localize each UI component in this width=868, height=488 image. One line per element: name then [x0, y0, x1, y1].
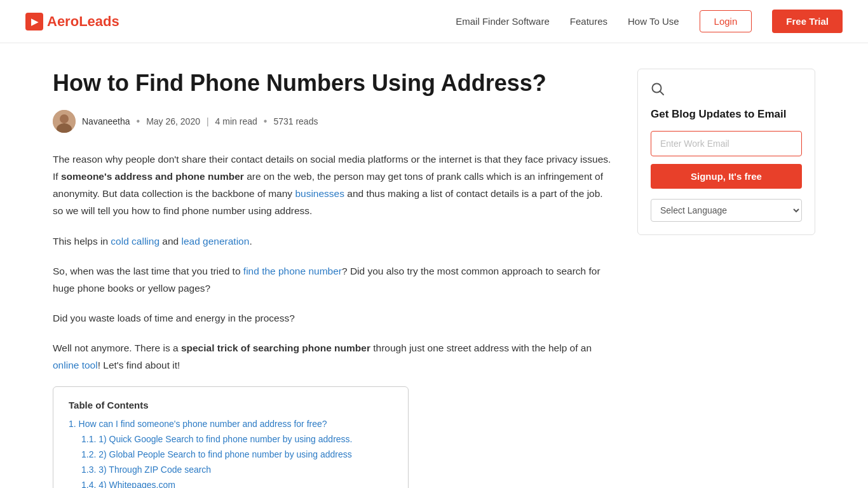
reads-count: 5731 reads — [273, 116, 318, 126]
login-button[interactable]: Login — [700, 10, 752, 32]
toc-sub-item-2: 1.2. 2) Global People Search to find pho… — [81, 449, 393, 460]
read-time: 4 min read — [215, 116, 257, 126]
toc-list: 1. How can I find someone's phone number… — [69, 418, 393, 488]
toc-sub-list: 1.1. 1) Quick Google Search to find phon… — [69, 433, 393, 488]
logo-aero: Aero — [47, 13, 79, 29]
nav-how-to-use[interactable]: How To Use — [628, 16, 679, 27]
main-nav: Email Finder Software Features How To Us… — [456, 10, 843, 33]
logo-leads: Leads — [79, 13, 119, 29]
special-trick-bold: special trick of searching phone number — [181, 342, 370, 353]
meta-divider: | — [207, 116, 209, 126]
free-trial-button[interactable]: Free Trial — [772, 10, 843, 33]
toc-link-1[interactable]: 1. How can I find someone's phone number… — [69, 419, 327, 429]
nav-features[interactable]: Features — [570, 16, 607, 27]
paragraph-4: Did you waste loads of time and energy i… — [53, 309, 612, 327]
svg-point-1 — [60, 114, 69, 123]
logo[interactable]: ▶ AeroLeads — [25, 13, 119, 30]
toc-sub-link-1[interactable]: 1.1. 1) Quick Google Search to find phon… — [81, 434, 352, 444]
nav-email-finder[interactable]: Email Finder Software — [456, 16, 550, 27]
email-input[interactable] — [651, 131, 802, 156]
toc-sub-link-3[interactable]: 1.3. 3) Through ZIP Code search — [81, 464, 211, 475]
toc-sub-link-2[interactable]: 1.2. 2) Global People Search to find pho… — [81, 449, 352, 459]
meta-dot-2: • — [264, 116, 268, 127]
cold-calling-link[interactable]: cold calling — [111, 236, 159, 247]
toc-sub-link-4[interactable]: 1.4. 4) Whitepages.com — [81, 480, 175, 488]
article-title: How to Find Phone Numbers Using Address? — [53, 69, 612, 97]
paragraph-3: So, when was the last time that you trie… — [53, 262, 612, 297]
avatar-image — [53, 110, 76, 133]
bold-address: someone's address and phone number — [61, 171, 244, 182]
sidebar: Get Blog Updates to Email Signup, It's f… — [637, 69, 815, 235]
toc-sub-item-3: 1.3. 3) Through ZIP Code search — [81, 464, 393, 475]
logo-text: AeroLeads — [47, 13, 119, 30]
language-select[interactable]: Select Language English French Spanish G… — [651, 199, 802, 222]
toc-item-1: 1. How can I find someone's phone number… — [69, 418, 393, 488]
table-of-contents: Table of Contents 1. How can I find some… — [53, 386, 409, 488]
toc-sub-item-1: 1.1. 1) Quick Google Search to find phon… — [81, 433, 393, 445]
site-header: ▶ AeroLeads Email Finder Software Featur… — [0, 0, 868, 43]
article: How to Find Phone Numbers Using Address?… — [53, 69, 612, 488]
article-meta: Navaneetha • May 26, 2020 | 4 min read •… — [53, 110, 612, 133]
signup-button[interactable]: Signup, It's free — [651, 164, 802, 189]
logo-icon: ▶ — [25, 13, 43, 30]
svg-line-4 — [660, 92, 664, 95]
online-tool-link[interactable]: online tool — [53, 360, 98, 370]
article-body: The reason why people don't share their … — [53, 151, 612, 488]
sidebar-heading: Get Blog Updates to Email — [651, 108, 802, 121]
lead-generation-link[interactable]: lead generation — [182, 236, 250, 247]
paragraph-2: This helps in cold calling and lead gene… — [53, 233, 612, 250]
paragraph-5: Well not anymore. There is a special tri… — [53, 339, 612, 374]
toc-sub-item-4: 1.4. 4) Whitepages.com — [81, 479, 393, 488]
paragraph-1: The reason why people don't share their … — [53, 151, 612, 220]
article-date: May 26, 2020 — [146, 116, 200, 126]
find-phone-link[interactable]: find the phone number — [243, 266, 342, 276]
meta-dot-1: • — [137, 116, 140, 127]
avatar — [53, 110, 76, 133]
main-container: How to Find Phone Numbers Using Address?… — [27, 43, 841, 488]
author-name: Navaneetha — [82, 116, 130, 126]
businesses-link[interactable]: businesses — [295, 188, 344, 199]
search-icon[interactable] — [651, 82, 802, 99]
toc-title: Table of Contents — [69, 400, 393, 410]
